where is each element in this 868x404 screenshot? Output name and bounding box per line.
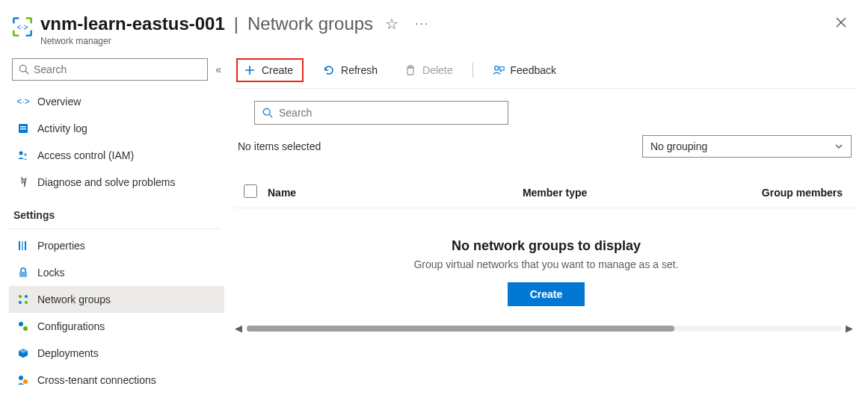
content-search-input[interactable] [279, 107, 500, 119]
chevron-down-icon [834, 142, 843, 151]
plus-icon [244, 64, 256, 76]
create-button[interactable]: Create [244, 63, 293, 78]
sidebar-item-access-control[interactable]: Access control (IAM) [9, 142, 224, 169]
feedback-button[interactable]: Feedback [485, 60, 564, 81]
sidebar-item-label: Access control (IAM) [37, 149, 134, 161]
selection-status: No items selected [235, 140, 321, 152]
sidebar-item-label: Cross-tenant connections [37, 374, 156, 386]
deployments-icon [16, 346, 30, 360]
scrollbar-thumb[interactable] [247, 326, 674, 332]
delete-button: Delete [397, 60, 460, 81]
refresh-button-label: Refresh [341, 64, 378, 76]
sidebar-item-configurations[interactable]: Configurations [9, 313, 224, 340]
empty-create-button[interactable]: Create [508, 282, 585, 306]
column-member-type[interactable]: Member type [523, 187, 735, 199]
resource-type-subtitle: Network manager [40, 36, 829, 46]
scrollbar-track[interactable] [247, 326, 841, 332]
content-search[interactable] [254, 101, 508, 125]
sidebar-item-network-groups[interactable]: Network groups [9, 286, 224, 313]
svg-text:<·>: <·> [17, 96, 29, 107]
configurations-icon [16, 320, 30, 333]
delete-icon [404, 64, 416, 76]
svg-point-23 [263, 108, 270, 115]
delete-button-label: Delete [422, 64, 452, 76]
sidebar-item-diagnose[interactable]: Diagnose and solve problems [9, 169, 224, 196]
empty-title: No network groups to display [235, 238, 858, 254]
toolbar: Create Refresh Delete Feedback [235, 54, 858, 89]
svg-point-8 [24, 153, 27, 156]
column-group-members[interactable]: Group members [735, 187, 855, 199]
svg-rect-10 [22, 241, 23, 250]
svg-point-14 [25, 295, 28, 298]
sidebar-item-locks[interactable]: Locks [9, 259, 224, 286]
activity-log-icon [16, 122, 30, 135]
main-content: Create Refresh Delete Feedback [224, 54, 868, 394]
svg-point-18 [23, 326, 28, 331]
svg-point-22 [494, 66, 498, 70]
sidebar-item-label: Locks [37, 267, 65, 279]
refresh-icon [323, 64, 335, 76]
grouping-select[interactable]: No grouping [642, 135, 852, 158]
svg-point-15 [19, 301, 22, 304]
toolbar-separator [473, 63, 473, 78]
svg-text:<·>: <·> [16, 22, 28, 31]
svg-line-24 [269, 114, 272, 117]
svg-rect-5 [20, 126, 26, 128]
svg-point-19 [19, 376, 23, 380]
sidebar-item-overview[interactable]: <·> Overview [9, 88, 224, 115]
svg-rect-12 [19, 272, 27, 277]
sidebar-item-label: Properties [37, 240, 85, 252]
locks-icon [16, 266, 30, 279]
access-control-icon [16, 149, 30, 162]
search-icon [262, 108, 273, 118]
search-icon [19, 64, 29, 75]
overview-icon: <·> [16, 95, 30, 108]
feedback-icon [493, 64, 505, 76]
sidebar-section-settings: Settings [9, 196, 224, 227]
close-icon[interactable] [829, 13, 853, 35]
svg-rect-6 [20, 128, 26, 130]
resource-name: vnm-learn-eastus-001 [40, 13, 225, 34]
sidebar-item-label: Overview [37, 96, 81, 108]
page-title: Network groups [247, 13, 373, 34]
title-separator: | [234, 13, 238, 34]
svg-point-16 [25, 301, 28, 304]
sidebar-item-label: Network groups [37, 293, 111, 305]
scroll-right-icon[interactable]: ▶ [846, 323, 853, 334]
select-all-checkbox[interactable] [244, 184, 257, 198]
collapse-sidebar-icon[interactable]: « [215, 63, 221, 75]
svg-rect-9 [19, 241, 20, 250]
sidebar-item-label: Deployments [37, 347, 99, 359]
grouping-select-value: No grouping [650, 140, 707, 152]
pin-star-icon[interactable]: ☆ [385, 15, 398, 33]
svg-point-13 [19, 295, 22, 298]
svg-point-17 [19, 322, 23, 326]
empty-description: Group virtual networks that you want to … [235, 258, 858, 270]
divider [9, 229, 221, 229]
properties-icon [16, 239, 30, 252]
header: <·> vnm-learn-eastus-001 | Network group… [0, 0, 868, 54]
sidebar-search[interactable] [12, 58, 208, 81]
sidebar-item-properties[interactable]: Properties [9, 232, 224, 259]
column-name[interactable]: Name [268, 187, 523, 199]
sidebar: « <·> Overview Activity log Access contr… [0, 54, 224, 394]
table-header: Name Member type Group members [235, 177, 858, 208]
sidebar-search-input[interactable] [34, 63, 201, 75]
feedback-button-label: Feedback [511, 64, 556, 76]
scroll-left-icon[interactable]: ◀ [235, 323, 242, 334]
create-button-highlight: Create [236, 58, 304, 82]
svg-rect-21 [407, 68, 413, 75]
create-button-label: Create [262, 64, 293, 76]
horizontal-scrollbar[interactable]: ◀ ▶ [235, 323, 858, 334]
refresh-button[interactable]: Refresh [316, 60, 385, 81]
svg-point-7 [19, 152, 23, 155]
sidebar-item-cross-tenant[interactable]: Cross-tenant connections [9, 367, 224, 394]
sidebar-item-label: Activity log [37, 122, 87, 134]
sidebar-item-deployments[interactable]: Deployments [9, 340, 224, 367]
network-groups-icon [16, 293, 30, 306]
svg-point-20 [23, 379, 28, 384]
svg-rect-11 [25, 241, 26, 250]
sidebar-item-activity-log[interactable]: Activity log [9, 115, 224, 142]
more-actions-icon[interactable]: ··· [415, 17, 429, 31]
svg-line-2 [25, 71, 28, 74]
